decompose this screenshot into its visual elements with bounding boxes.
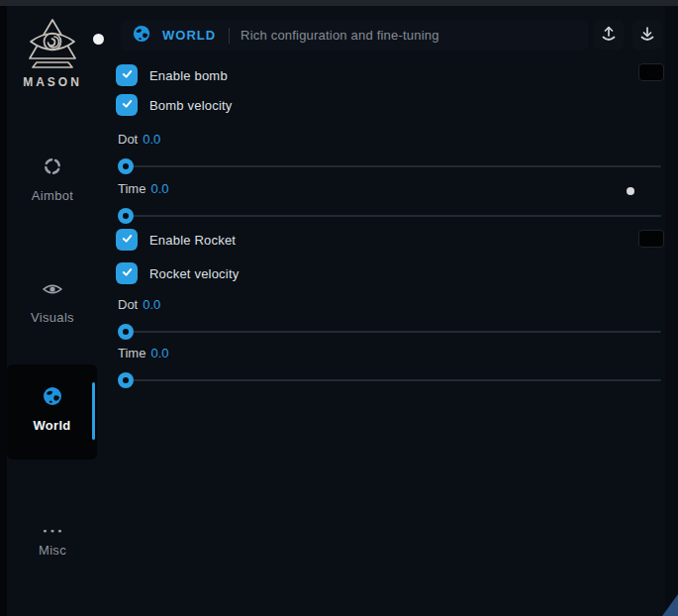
mason-menu-window: MASON Aimbot Visuals [0, 0, 678, 616]
rocket-time-slider[interactable] [118, 372, 661, 388]
bomb-time-slider[interactable] [118, 208, 661, 224]
logo: MASON [7, 18, 98, 89]
background-corner-shape [662, 594, 678, 616]
bomb-time-slider-group: Time0.0 [118, 181, 661, 224]
upload-icon [600, 25, 618, 46]
checkmark-icon [121, 264, 134, 282]
checkbox-label: Enable bomb [149, 68, 228, 83]
page-subtitle: Rich configuration and fine-tuning [241, 28, 438, 43]
sidebar-item-label: World [33, 418, 70, 433]
rocket-color-swatch[interactable] [638, 230, 664, 248]
bomb-velocity-checkbox[interactable] [116, 94, 138, 116]
page-title: WORLD [162, 28, 216, 43]
rocket-time-slider-group: Time0.0 [118, 346, 661, 388]
slider-track[interactable] [118, 379, 661, 381]
slider-thumb[interactable] [118, 324, 134, 340]
slider-thumb[interactable] [118, 158, 134, 174]
checkbox-label: Rocket velocity [149, 266, 239, 281]
sidebar-item-aimbot[interactable]: Aimbot [7, 156, 98, 204]
slider-label: Time [118, 346, 145, 360]
download-icon [638, 25, 656, 46]
checkbox-label: Enable Rocket [149, 233, 236, 248]
slider-thumb[interactable] [118, 372, 134, 388]
bomb-velocity-row: Bomb velocity [116, 94, 233, 116]
enable-bomb-checkbox[interactable] [116, 64, 138, 86]
import-config-button[interactable] [632, 20, 662, 50]
slider-value: 0.0 [143, 132, 160, 147]
logo-text: MASON [7, 75, 98, 89]
slider-value: 0.0 [150, 181, 168, 196]
background-right-strip [665, 6, 678, 616]
active-tab-indicator [92, 382, 95, 440]
enable-bomb-row: Enable bomb [116, 64, 228, 86]
sidebar-item-label: Aimbot [32, 188, 73, 203]
slider-thumb[interactable] [118, 208, 134, 224]
slider-label: Dot [118, 297, 138, 312]
rocket-velocity-checkbox[interactable] [116, 262, 138, 284]
sidebar-item-misc[interactable]: Misc [7, 525, 98, 559]
slider-value: 0.0 [143, 297, 160, 312]
globe-icon [43, 386, 62, 410]
sidebar-item-world-active[interactable]: World [7, 364, 97, 460]
slider-label: Time [118, 181, 145, 196]
slider-label-row: Dot0.0 [118, 132, 661, 148]
bomb-dot-slider-group: Dot0.0 [118, 132, 661, 174]
cursor-dot-small [627, 187, 634, 195]
checkbox-label: Bomb velocity [149, 98, 233, 113]
bomb-color-swatch[interactable] [638, 63, 664, 81]
header-divider [229, 28, 230, 44]
slider-track[interactable] [118, 215, 661, 217]
rocket-dot-slider-group: Dot0.0 [118, 297, 661, 340]
crosshair-icon [7, 156, 98, 180]
checkmark-icon [121, 66, 134, 84]
globe-icon [133, 25, 150, 47]
bomb-dot-slider[interactable] [118, 158, 661, 174]
slider-label-row: Time0.0 [118, 346, 661, 361]
enable-rocket-row: Enable Rocket [116, 229, 236, 251]
sidebar: MASON Aimbot Visuals [0, 0, 111, 616]
ellipsis-icon [7, 525, 98, 535]
sidebar-item-world-content: World [7, 386, 97, 434]
slider-value: 0.0 [150, 346, 168, 360]
checkmark-icon [121, 96, 134, 114]
cursor-dot [93, 34, 104, 45]
slider-label: Dot [118, 132, 138, 147]
slider-track[interactable] [118, 331, 661, 333]
rocket-velocity-row: Rocket velocity [116, 262, 239, 284]
page-header: WORLD Rich configuration and fine-tuning [121, 20, 588, 51]
slider-track[interactable] [118, 165, 661, 167]
slider-label-row: Time0.0 [118, 181, 661, 197]
eye-icon [7, 280, 98, 302]
sidebar-item-label: Visuals [31, 310, 74, 325]
rocket-dot-slider[interactable] [118, 324, 661, 340]
sidebar-item-label: Misc [39, 543, 66, 558]
pyramid-eye-icon [7, 18, 98, 71]
checkmark-icon [121, 231, 134, 249]
enable-rocket-checkbox[interactable] [116, 229, 138, 251]
sidebar-item-visuals[interactable]: Visuals [7, 280, 98, 326]
export-config-button[interactable] [594, 20, 624, 50]
slider-label-row: Dot0.0 [118, 297, 661, 313]
